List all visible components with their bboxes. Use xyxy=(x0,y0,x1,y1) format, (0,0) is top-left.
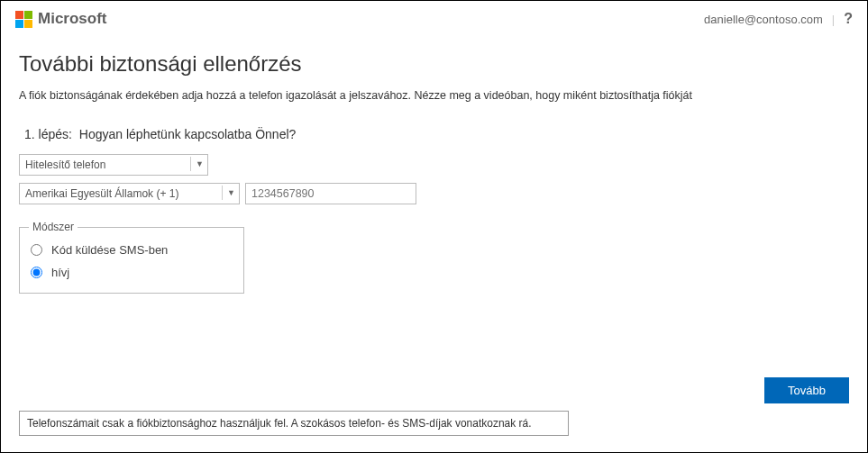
brand-name: Microsoft xyxy=(38,10,107,28)
step-prefix: 1. lépés: xyxy=(24,127,72,141)
divider: | xyxy=(832,13,835,26)
header-right: danielle@contoso.com | ? xyxy=(704,11,853,27)
main-content: További biztonsági ellenőrzés A fiók biz… xyxy=(1,35,867,294)
method-sms-radio[interactable] xyxy=(31,244,42,256)
phone-input[interactable] xyxy=(245,183,416,204)
step-question: Hogyan léphetünk kapcsolatba Önnel? xyxy=(79,127,297,141)
method-sms-option[interactable]: Kód küldése SMS-ben xyxy=(29,239,234,261)
method-call-option[interactable]: hívj xyxy=(29,261,234,284)
page-subtitle: A fiók biztonságának érdekében adja hozz… xyxy=(19,89,849,102)
method-fieldset: Módszer Kód küldése SMS-ben hívj xyxy=(19,221,244,294)
brand-logo: Microsoft xyxy=(15,10,107,28)
step-1-label: 1. lépés: Hogyan léphetünk kapcsolatba Ö… xyxy=(19,127,849,141)
next-button[interactable]: Tovább xyxy=(764,377,849,403)
user-email[interactable]: danielle@contoso.com xyxy=(704,13,823,26)
help-icon[interactable]: ? xyxy=(844,11,853,27)
header: Microsoft danielle@contoso.com | ? xyxy=(1,1,867,35)
footnote: Telefonszámait csak a fiókbiztonsághoz h… xyxy=(19,411,569,436)
method-call-radio[interactable] xyxy=(31,267,42,278)
microsoft-logo-icon xyxy=(15,11,32,28)
method-sms-label: Kód küldése SMS-ben xyxy=(51,243,168,257)
method-call-label: hívj xyxy=(51,266,69,279)
contact-method-value: Hitelesítő telefon xyxy=(25,159,105,171)
country-select[interactable]: Amerikai Egyesült Államok (+ 1) xyxy=(19,183,240,204)
page-title: További biztonsági ellenőrzés xyxy=(19,51,849,77)
method-legend: Módszer xyxy=(29,221,78,233)
contact-method-select[interactable]: Hitelesítő telefon xyxy=(19,154,208,176)
country-value: Amerikai Egyesült Államok (+ 1) xyxy=(25,187,178,200)
